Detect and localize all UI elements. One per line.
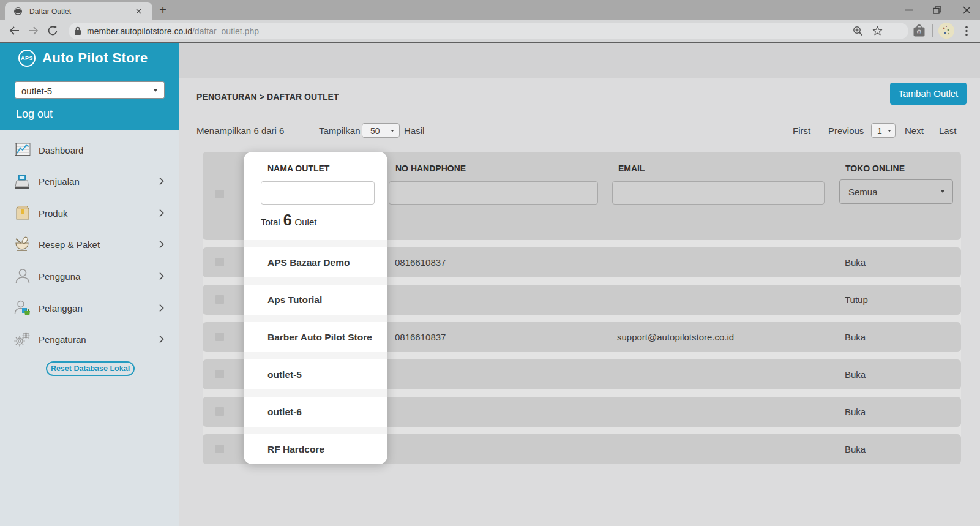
chevron-right-icon [159, 272, 164, 280]
row-gap [244, 315, 387, 322]
sidebar-item-resep-paket[interactable]: Resep & Paket [0, 235, 179, 254]
window-minimize-icon[interactable] [905, 9, 913, 11]
row-gap [244, 277, 387, 285]
column-header-email: EMAIL [618, 163, 645, 173]
row-checkbox[interactable] [215, 258, 224, 266]
row-gap [244, 240, 387, 247]
extension-bag-icon[interactable]: a [913, 24, 926, 37]
browser-tabstrip: Daftar Outlet + [0, 0, 980, 20]
toko-online-filter-select[interactable]: Semua [839, 179, 953, 204]
column-header-toko-online: TOKO ONLINE [845, 163, 905, 173]
select-caret-icon [888, 130, 891, 132]
tab-title: Daftar Outlet [29, 7, 71, 16]
showing-count-text: Menampilkan 6 dari 6 [196, 126, 284, 136]
sidebar-item-produk[interactable]: Produk [0, 204, 179, 222]
lock-icon [74, 26, 81, 36]
logout-link[interactable]: Log out [16, 108, 53, 121]
select-all-checkbox[interactable] [215, 190, 224, 198]
user-icon [13, 267, 32, 285]
row-gap [244, 389, 387, 397]
bookmark-star-icon[interactable] [872, 26, 883, 36]
reset-database-button[interactable]: Reset Database Lokal [46, 361, 135, 376]
breadcrumb: PENGATURAN > DAFTAR OUTLET [196, 92, 339, 102]
page-size-select[interactable]: 50 [362, 123, 400, 138]
row-gap [244, 427, 387, 434]
url-text: member.autopilotstore.co.id/daftar_outle… [87, 26, 259, 36]
tambah-outlet-button[interactable]: Tambah Outlet [890, 83, 967, 105]
row-checkbox[interactable] [215, 445, 224, 453]
sidebar-header: APS Auto Pilot Store outlet-5 Log out [0, 43, 179, 130]
aps-logo: APS [18, 50, 36, 67]
brand-title: Auto Pilot Store [42, 50, 148, 66]
dashboard-chart-icon [13, 141, 32, 159]
reload-icon[interactable] [47, 25, 58, 36]
sidebar-item-pengaturan[interactable]: Pengaturan [0, 330, 179, 348]
window-restore-icon[interactable] [933, 6, 941, 14]
outlet-select[interactable]: outlet-5 [15, 81, 165, 99]
outlet-name: outlet-5 [267, 359, 384, 389]
filter-input-nama-outlet[interactable] [261, 181, 375, 205]
mortar-pestle-icon [13, 235, 32, 254]
pagination-previous[interactable]: Previous [828, 126, 864, 136]
pagination-first[interactable]: First [793, 126, 810, 136]
window-close-icon[interactable] [962, 6, 971, 15]
filter-input-no-handphone[interactable] [389, 181, 598, 205]
outlet-name: APS Bazaar Demo [267, 247, 384, 277]
outlet-name: RF Hardcore [267, 434, 384, 464]
pagination-next[interactable]: Next [905, 126, 924, 136]
outlet-name: Barber Auto Pilot Store [267, 322, 384, 352]
page-size-suffix: Hasil [404, 126, 424, 136]
toolbar-separator [932, 24, 933, 37]
nama-outlet-column-card: NAMA OUTLET Total 6 Oulet APS Bazaar Dem… [244, 152, 387, 464]
product-box-icon [13, 204, 32, 222]
total-outlet-text: Total 6 Oulet [261, 211, 316, 229]
sidebar-item-dashboard[interactable]: Dashboard [0, 141, 179, 159]
forward-icon[interactable] [28, 25, 39, 36]
customer-icon [13, 299, 32, 317]
outlet-name: Aps Tutorial [267, 285, 384, 315]
chevron-right-icon [159, 177, 164, 186]
row-gap [244, 352, 387, 359]
page-size-label: Tampilkan [319, 126, 361, 136]
profile-avatar[interactable] [938, 23, 954, 39]
row-checkbox[interactable] [215, 370, 224, 378]
chevron-right-icon [159, 304, 164, 312]
chevron-right-icon [159, 335, 164, 344]
column-header-nama-outlet: NAMA OUTLET [267, 163, 329, 173]
outlet-name: outlet-6 [267, 397, 384, 427]
select-caret-icon [941, 190, 944, 193]
filter-input-email[interactable] [612, 181, 825, 205]
column-header-no-handphone: NO HANDPHONE [395, 163, 466, 173]
pagination-last[interactable]: Last [939, 126, 956, 136]
chevron-right-icon [159, 209, 164, 217]
row-checkbox[interactable] [215, 407, 224, 416]
browser-tab[interactable]: Daftar Outlet [5, 2, 152, 20]
sidebar-item-pelanggan[interactable]: Pelanggan [0, 299, 179, 317]
select-caret-icon [154, 89, 157, 92]
browser-menu-dots-icon[interactable] [965, 26, 968, 36]
gears-icon [13, 330, 32, 348]
main-content: PENGATURAN > DAFTAR OUTLET Tambah Outlet… [179, 43, 980, 526]
row-checkbox[interactable] [215, 295, 224, 304]
sidebar: APS Auto Pilot Store outlet-5 Log out Da… [0, 43, 179, 526]
select-caret-icon [391, 130, 394, 132]
browser-toolbar: member.autopilotstore.co.id/daftar_outle… [0, 20, 980, 42]
top-band [179, 43, 980, 78]
zoom-icon[interactable] [853, 26, 863, 36]
cash-register-icon [13, 172, 32, 190]
tab-favicon-globe-icon [13, 7, 23, 16]
pagination-page-select[interactable]: 1 [871, 123, 896, 138]
new-tab-button[interactable]: + [157, 4, 169, 16]
chevron-right-icon [159, 240, 164, 249]
back-icon[interactable] [9, 25, 20, 36]
sidebar-item-penjualan[interactable]: Penjualan [0, 172, 179, 190]
row-checkbox[interactable] [215, 333, 224, 341]
tab-close-icon[interactable] [135, 7, 143, 15]
sidebar-item-pengguna[interactable]: Pengguna [0, 267, 179, 285]
